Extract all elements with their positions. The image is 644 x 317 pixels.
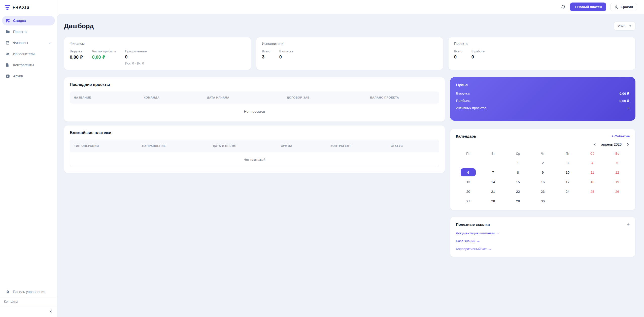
calendar-day-24[interactable]: 24 xyxy=(555,187,580,196)
sidebar-item-building[interactable]: Контрагенты xyxy=(2,60,55,70)
calendar-day-12[interactable]: 12 xyxy=(605,168,630,177)
useful-link[interactable]: Корпоративный чат→ xyxy=(456,247,630,251)
calendar-day-26[interactable]: 26 xyxy=(605,187,630,196)
pulse-label: Активных проектов xyxy=(456,106,486,110)
weekday-label: Чт xyxy=(530,150,555,157)
calendar-day-empty xyxy=(580,197,605,205)
calendar-day-6[interactable]: 6 xyxy=(456,168,481,177)
sidebar-item-archive[interactable]: Архив xyxy=(2,71,55,81)
calendar-day-10[interactable]: 10 xyxy=(555,168,580,177)
calendar-day-17[interactable]: 17 xyxy=(555,178,580,186)
app-root: FRAXIS СводкаПроектыФинансыИсполнителиКо… xyxy=(0,0,644,317)
pulse-title: Пульс xyxy=(456,83,629,87)
stat-card-title: Проекты xyxy=(454,42,630,46)
recent-projects-empty: Нет проектов xyxy=(70,104,439,116)
sidebar-item-label: Архив xyxy=(13,74,23,78)
sidebar-item-people[interactable]: Исполнители xyxy=(2,49,55,59)
gear-icon xyxy=(6,290,10,294)
upcoming-payments-table-header: ТИП ОПЕРАЦИИНАПРАВЛЕНИЕДАТА И ВРЕМЯСУММА… xyxy=(70,140,439,152)
stat-value: 0,00 ₽ xyxy=(70,54,83,60)
calendar-day-9[interactable]: 9 xyxy=(530,168,555,177)
calendar-day-3[interactable]: 3 xyxy=(555,158,580,167)
calendar-day-empty xyxy=(605,197,630,205)
pulse-card: Пульс Выручка0,00 ₽Прибыль0,00 ₽Активных… xyxy=(450,77,635,121)
stat-card-title: Исполнители xyxy=(262,42,437,46)
calendar-day-18[interactable]: 18 xyxy=(580,178,605,186)
useful-links-card: Полезные ссылки + Документация компании→… xyxy=(450,217,635,257)
folder-icon xyxy=(6,29,10,34)
sidebar-item-label: Финансы xyxy=(13,41,28,45)
calendar-day-19[interactable]: 19 xyxy=(605,178,630,186)
calendar-day-11[interactable]: 11 xyxy=(580,168,605,177)
calendar-day-1[interactable]: 1 xyxy=(505,158,530,167)
calendar-day-28[interactable]: 28 xyxy=(481,197,506,205)
user-menu-button[interactable]: Ерохин xyxy=(610,3,637,11)
calendar-grid: ПнВтСрЧтПтСбВс12345678910111213141516171… xyxy=(456,150,630,205)
column-header: СУММА xyxy=(277,140,326,152)
add-event-button[interactable]: + Событие xyxy=(612,134,630,138)
stat-card-title: Финансы xyxy=(70,42,245,46)
calendar-day-27[interactable]: 27 xyxy=(456,197,481,205)
column-header: НАЗВАНИЕ xyxy=(70,91,140,104)
useful-link[interactable]: Документация компании→ xyxy=(456,231,630,235)
calendar-prev-month-icon[interactable] xyxy=(593,143,597,146)
calendar-card: Календарь + Событие апрель 2026 xyxy=(450,129,635,210)
calendar-day-22[interactable]: 22 xyxy=(505,187,530,196)
main-area: + Новый платёж Ерохин Дашборд 2026 ▼ xyxy=(57,0,644,317)
calendar-month-label: апрель 2026 xyxy=(601,142,622,146)
calendar-day-14[interactable]: 14 xyxy=(481,178,506,186)
sidebar-item-folder[interactable]: Проекты xyxy=(2,27,55,37)
stat-item: Всего3 xyxy=(262,50,270,60)
pulse-row: Прибыль0,00 ₽ xyxy=(456,99,629,103)
calendar-day-8[interactable]: 8 xyxy=(505,168,530,177)
year-selector[interactable]: 2026 ▼ xyxy=(614,22,635,30)
calendar-day-2[interactable]: 2 xyxy=(530,158,555,167)
calendar-day-29[interactable]: 29 xyxy=(505,197,530,205)
new-payment-button[interactable]: + Новый платёж xyxy=(570,3,606,11)
chevron-down-icon: ▼ xyxy=(629,25,631,27)
notifications-bell-icon[interactable] xyxy=(561,4,566,10)
calendar-day-15[interactable]: 15 xyxy=(505,178,530,186)
stat-value: 0,00 ₽ xyxy=(92,54,116,60)
upcoming-payments-title: Ближайшие платежи xyxy=(70,131,439,135)
sidebar-collapse-row xyxy=(0,306,57,317)
sidebar-item-wallet[interactable]: Финансы xyxy=(2,38,55,48)
calendar-day-30[interactable]: 30 xyxy=(530,197,555,205)
left-column: Последние проекты НАЗВАНИЕКОМАНДАДАТА НА… xyxy=(64,77,445,173)
calendar-day-13[interactable]: 13 xyxy=(456,178,481,186)
stat-label: В работе xyxy=(471,50,485,53)
calendar-day-4[interactable]: 4 xyxy=(580,158,605,167)
useful-link[interactable]: База знаний→ xyxy=(456,239,630,243)
weekday-label: Пн xyxy=(456,150,481,157)
weekday-label: Пт xyxy=(555,150,580,157)
add-link-button[interactable]: + xyxy=(627,222,630,227)
stat-value: 0 xyxy=(279,54,293,60)
sidebar-item-admin-panel[interactable]: Панель управления xyxy=(0,287,57,297)
brand-logo[interactable]: FRAXIS xyxy=(0,0,57,14)
column-header: КОМАНДА xyxy=(140,91,203,104)
calendar-day-empty xyxy=(555,197,580,205)
calendar-day-5[interactable]: 5 xyxy=(605,158,630,167)
calendar-day-empty xyxy=(456,158,481,167)
link-label: Документация компании xyxy=(456,231,495,235)
stat-item: Выручка0,00 ₽ xyxy=(70,50,83,65)
stat-card: ФинансыВыручка0,00 ₽Чистая прибыль0,00 ₽… xyxy=(64,37,251,70)
calendar-day-23[interactable]: 23 xyxy=(530,187,555,196)
collapse-sidebar-icon[interactable] xyxy=(49,309,53,313)
pulse-value: 0,00 ₽ xyxy=(620,99,629,103)
calendar-day-21[interactable]: 21 xyxy=(481,187,506,196)
calendar-day-25[interactable]: 25 xyxy=(580,187,605,196)
sidebar-item-contacts[interactable]: Контакты xyxy=(0,297,57,306)
year-value: 2026 xyxy=(618,24,625,28)
stat-card: ИсполнителиВсего3В отпуске0 xyxy=(256,37,443,70)
pulse-label: Прибыль xyxy=(456,99,470,103)
calendar-day-7[interactable]: 7 xyxy=(481,168,506,177)
sidebar-item-grid[interactable]: Сводка xyxy=(2,16,55,25)
stat-item: Просроченные0Исх. 0 · Вх. 0 xyxy=(125,50,147,65)
calendar-day-16[interactable]: 16 xyxy=(530,178,555,186)
calendar-next-month-icon[interactable] xyxy=(626,143,630,146)
calendar-day-20[interactable]: 20 xyxy=(456,187,481,196)
stat-subtext: Исх. 0 · Вх. 0 xyxy=(125,62,147,65)
stat-label: Всего xyxy=(262,50,270,53)
wallet-icon xyxy=(6,41,10,45)
